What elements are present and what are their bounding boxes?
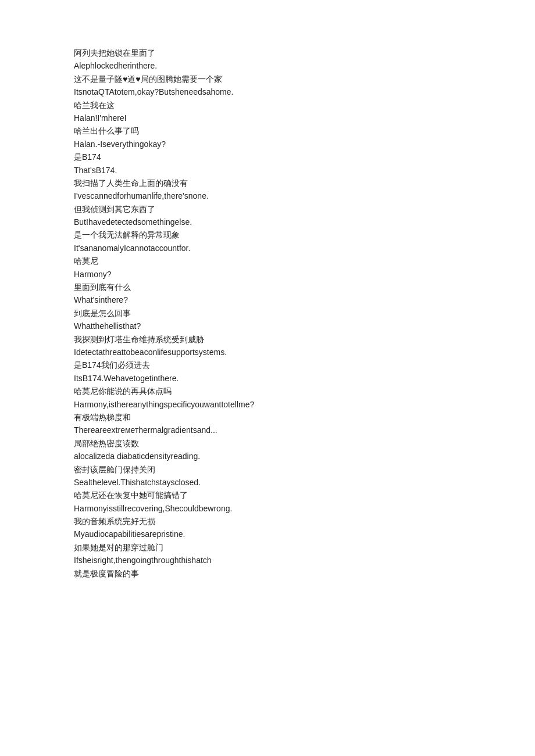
line19-en: Myaudiocapabilitiesarepristine. [74, 528, 461, 540]
line1-zh: 阿列夫把她锁在里面了 [74, 46, 461, 59]
line4-zh: 哈兰出什么事了吗 [74, 124, 461, 137]
line17-zh: 密封该层舱门保持关闭 [74, 463, 461, 476]
line5-en: That'sB174. [74, 164, 461, 177]
content-area: 阿列夫把她锁在里面了 Alephlockedherinthere. 这不是量子隧… [74, 46, 461, 580]
line8-zh: 是一个我无法解释的异常现象 [74, 228, 461, 241]
line15-zh: 有极端热梯度和 [74, 411, 461, 424]
line2-zh: 这不是量子隧♥道♥局的图腾她需要一个家 [74, 73, 461, 85]
line3-zh: 哈兰我在这 [74, 99, 461, 112]
line3-en: Halan!I'mhereI [74, 112, 461, 124]
line7-en: ButIhavedetectedsomethingelse. [74, 216, 461, 228]
line7-zh: 但我侦测到其它东西了 [74, 203, 461, 216]
line19-zh: 我的音频系统完好无损 [74, 515, 461, 528]
line21-zh: 就是极度冒险的事 [74, 567, 461, 580]
line1-en: Alephlockedherinthere. [74, 59, 461, 72]
line10-zh: 里面到底有什么 [74, 281, 461, 293]
line18-en: Harmonyisstillrecovering,Shecouldbewrong… [74, 502, 461, 515]
line17-en: Sealthelevel.Thishatchstaysclosed. [74, 476, 461, 489]
line9-en: Harmony? [74, 268, 461, 281]
line15-en: Thereareextreметhermalgradientsand... [74, 424, 461, 436]
line6-en: I'vescannedforhumanlife,there'snone. [74, 189, 461, 202]
line11-zh: 到底是怎么回事 [74, 307, 461, 320]
line20-en: Ifsheisright,thengoingthroughthishatch [74, 554, 461, 567]
line13-zh: 是B174我们必须进去 [74, 359, 461, 371]
line12-zh: 我探测到灯塔生命维持系统受到威胁 [74, 333, 461, 346]
line13-en: ItsB174.Wehavetogetinthere. [74, 372, 461, 385]
line16-zh: 局部绝热密度读数 [74, 437, 461, 450]
line5-zh: 是B174 [74, 151, 461, 163]
line11-en: Whatthehellisthat? [74, 320, 461, 332]
line16-en: alocalizeda diabaticdensityreading. [74, 450, 461, 463]
line4-en: Halan.-Iseverythingokay? [74, 138, 461, 151]
line9-zh: 哈莫尼 [74, 255, 461, 267]
line2-en: ItsnotaQTAtotem,okay?Butsheneedsahome. [74, 85, 461, 98]
line8-en: It'sananomalyIcannotaccountfor. [74, 242, 461, 255]
line6-zh: 我扫描了人类生命上面的确没有 [74, 177, 461, 189]
line14-en: Harmony,isthereanythingspecificyouwantto… [74, 398, 461, 411]
line10-en: What'sinthere? [74, 293, 461, 306]
line14-zh: 哈莫尼你能说的再具体点吗 [74, 385, 461, 397]
line12-en: Idetectathreattobeaconlifesupportsystems… [74, 346, 461, 359]
line20-zh: 如果她是对的那穿过舱门 [74, 541, 461, 554]
line18-zh: 哈莫尼还在恢复中她可能搞错了 [74, 489, 461, 501]
